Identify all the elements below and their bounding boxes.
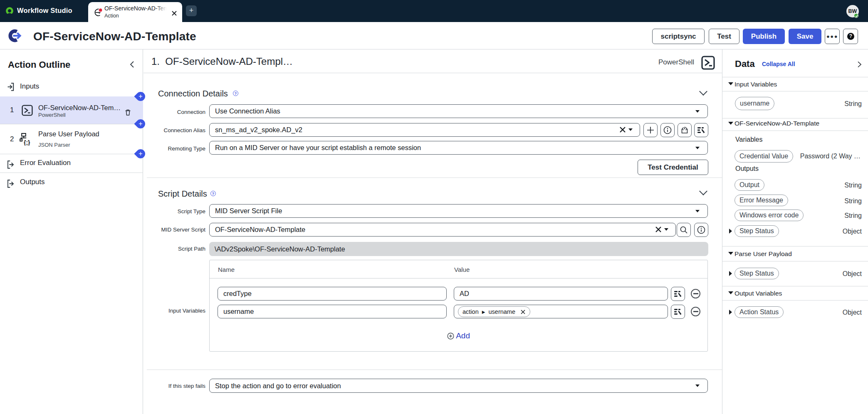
svg-text:{;}: {;} [24,139,30,146]
